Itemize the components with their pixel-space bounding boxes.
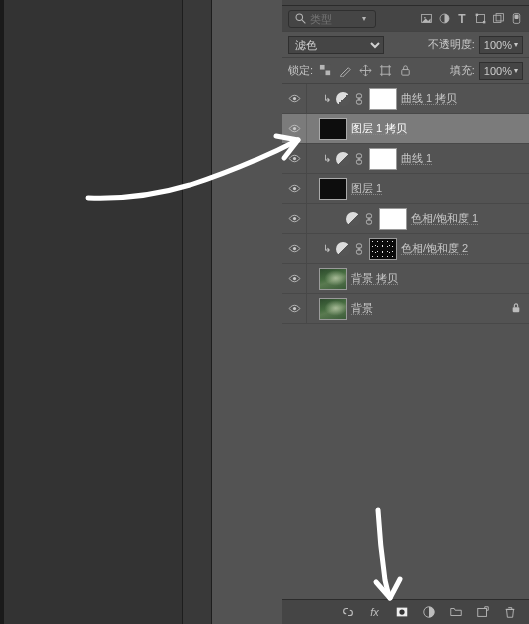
delete-layer-icon[interactable] [502,605,517,620]
layer-filter-row: ▾ T [282,6,529,32]
visibility-toggle[interactable] [282,274,306,283]
fill-label: 填充: [450,63,475,78]
filter-toggle-switch[interactable] [509,12,523,26]
svg-point-3 [424,17,426,19]
adjustment-icon [336,242,350,256]
filter-shape-icon[interactable] [473,12,487,26]
svg-rect-9 [496,14,503,21]
layer-name[interactable]: 色相/饱和度 2 [401,241,468,256]
clip-indicator-icon: ↳ [321,153,333,164]
svg-rect-13 [325,71,330,76]
lock-transparent-icon[interactable] [317,63,333,79]
svg-point-37 [292,307,295,310]
mask-link-icon[interactable] [353,153,365,165]
svg-point-32 [292,247,295,250]
chevron-down-icon: ▾ [514,40,518,49]
adjustment-icon [336,152,350,166]
adjustment-icon [336,92,350,106]
visibility-toggle[interactable] [282,184,306,193]
visibility-toggle[interactable] [282,124,306,133]
mask-link-icon[interactable] [353,243,365,255]
visibility-toggle[interactable] [282,304,306,313]
layer-row[interactable]: 背景 拷贝 [282,264,529,294]
layer-row[interactable]: 色相/饱和度 1 [282,204,529,234]
layer-thumbnail[interactable] [319,268,347,290]
lock-all-icon[interactable] [397,63,413,79]
svg-line-1 [302,20,305,23]
fx-icon[interactable]: fx [367,605,382,620]
layer-row[interactable]: 背景 [282,294,529,324]
layer-thumbnail[interactable] [369,148,397,170]
new-group-icon[interactable] [448,605,463,620]
svg-point-27 [292,187,295,190]
svg-point-36 [292,277,295,280]
visibility-toggle[interactable] [282,214,306,223]
chevron-down-icon: ▾ [357,12,371,26]
layers-list[interactable]: ↳曲线 1 拷贝图层 1 拷贝↳曲线 1图层 1色相/饱和度 1↳色相/饱和度 … [282,84,529,599]
mask-link-icon[interactable] [353,93,365,105]
layer-filter-select[interactable]: ▾ [288,10,376,28]
panel-gutter [182,0,212,624]
fill-value[interactable]: 100%▾ [479,62,523,80]
opacity-label: 不透明度: [428,37,475,52]
layers-panel: ▾ T 滤色 不透明度: 100%▾ 锁定: [282,0,529,624]
layer-row[interactable]: ↳曲线 1 拷贝 [282,84,529,114]
layer-thumbnail[interactable] [319,118,347,140]
chevron-down-icon: ▾ [514,66,518,75]
layer-row[interactable]: ↳曲线 1 [282,144,529,174]
svg-rect-14 [325,65,330,70]
new-layer-icon[interactable] [475,605,490,620]
layer-row[interactable]: 图层 1 拷贝 [282,114,529,144]
visibility-toggle[interactable] [282,244,306,253]
layers-panel-footer: fx [282,599,529,624]
mask-link-icon[interactable] [363,213,375,225]
clip-indicator-icon: ↳ [321,243,333,254]
svg-rect-38 [513,307,520,312]
layer-filter-input[interactable] [310,13,354,25]
filter-smart-icon[interactable] [491,12,505,26]
svg-point-23 [292,157,295,160]
layer-thumbnail[interactable] [319,178,347,200]
blend-mode-select[interactable]: 滤色 [288,36,384,54]
svg-point-18 [292,97,295,100]
visibility-toggle[interactable] [282,94,306,103]
adjustment-icon [346,212,360,226]
filter-image-icon[interactable] [419,12,433,26]
lock-position-icon[interactable] [357,63,373,79]
layer-row[interactable]: ↳色相/饱和度 2 [282,234,529,264]
layer-row[interactable]: 图层 1 [282,174,529,204]
link-layers-icon[interactable] [340,605,355,620]
svg-point-0 [296,14,303,21]
layer-name[interactable]: 背景 [351,301,373,316]
layer-thumbnail[interactable] [369,88,397,110]
lock-pixels-icon[interactable] [337,63,353,79]
lock-fill-row: 锁定: 填充: 100%▾ [282,58,529,84]
svg-point-22 [292,127,295,130]
svg-rect-8 [493,15,500,22]
lock-icon[interactable] [511,302,521,316]
svg-rect-12 [319,65,324,70]
add-mask-icon[interactable] [394,605,409,620]
layer-name[interactable]: 背景 拷贝 [351,271,398,286]
opacity-value[interactable]: 100%▾ [479,36,523,54]
svg-point-28 [292,217,295,220]
layer-name[interactable]: 图层 1 拷贝 [351,121,407,136]
svg-rect-17 [401,70,408,76]
layer-name[interactable]: 色相/饱和度 1 [411,211,478,226]
search-icon [293,12,307,26]
visibility-toggle[interactable] [282,154,306,163]
svg-point-40 [399,609,404,614]
layer-thumbnail[interactable] [369,238,397,260]
svg-rect-6 [475,14,477,16]
new-adjustment-icon[interactable] [421,605,436,620]
filter-text-icon[interactable]: T [455,12,469,26]
layer-name[interactable]: 图层 1 [351,181,382,196]
svg-rect-7 [482,21,484,23]
lock-artboard-icon[interactable] [377,63,393,79]
layer-name[interactable]: 曲线 1 拷贝 [401,91,457,106]
panel-gutter-2 [212,0,282,624]
layer-thumbnail[interactable] [379,208,407,230]
layer-name[interactable]: 曲线 1 [401,151,432,166]
filter-adjustment-icon[interactable] [437,12,451,26]
layer-thumbnail[interactable] [319,298,347,320]
